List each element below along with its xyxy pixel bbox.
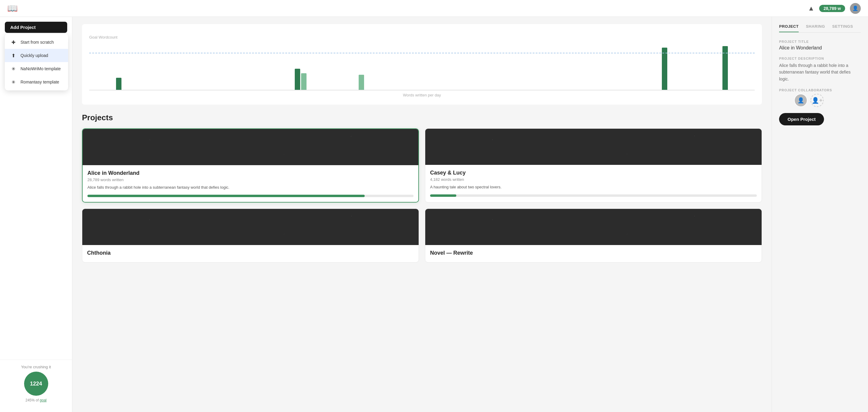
card-body-novel-rewrite: Novel — Rewrite [425, 245, 762, 262]
card-doodles-casey [425, 129, 762, 165]
goal-percent-text: 245% of [25, 398, 38, 402]
chart-x-label: Words written per day [89, 93, 755, 97]
collaborators-label: PROJECT COLLABORATORS [779, 88, 861, 92]
right-panel: PROJECT SHARING SETTINGS PROJECT TITLE A… [772, 17, 868, 412]
nano-icon: ✳ [10, 65, 17, 72]
dropdown-label-scratch: Start from scratch [21, 40, 54, 44]
dropdown-item-upload[interactable]: ⬆ Quickly upload [5, 49, 68, 62]
card-header-novel-rewrite [425, 209, 762, 245]
progress-fill-casey [430, 194, 456, 197]
progress-bg-casey [430, 194, 757, 197]
add-project-button[interactable]: Add Project [5, 22, 67, 33]
project-card-alice[interactable]: Alice in Wonderland 28,789 words written… [82, 128, 419, 202]
progress-bg-alice [87, 195, 413, 197]
dropdown-label-upload: Quickly upload [21, 53, 48, 58]
card-title-casey: Casey & Lucy [430, 170, 757, 176]
card-body-casey: Casey & Lucy 4,182 words written A haunt… [425, 165, 762, 202]
avatar[interactable]: 👤 [850, 3, 861, 14]
header: 📖 ▲ 28,789 w 👤 [0, 0, 868, 17]
scratch-icon: ✚ [10, 39, 17, 46]
romantasy-icon: ✳ [10, 78, 17, 86]
open-project-button[interactable]: Open Project [779, 113, 824, 125]
card-body-alice: Alice in Wonderland 28,789 words written… [83, 165, 418, 202]
panel-collaborators-section: PROJECT COLLABORATORS 👤 👤+ [779, 88, 861, 107]
panel-project-desc-section: PROJECT DESCRIPTION Alice falls through … [779, 57, 861, 82]
card-desc-casey: A haunting tale about two spectral lover… [430, 184, 757, 190]
dropdown-item-scratch[interactable]: ✚ Start from scratch [5, 36, 68, 49]
card-desc-alice: Alice falls through a rabbit hole into a… [87, 185, 413, 190]
dropdown-label-romantasy: Romantasy template [21, 80, 59, 85]
card-words-alice: 28,789 words written [87, 178, 413, 182]
projects-grid: Alice in Wonderland 28,789 words written… [82, 128, 762, 262]
panel-tabs: PROJECT SHARING SETTINGS [779, 24, 861, 33]
bar-4-1 [295, 69, 300, 90]
book-icon: 📖 [7, 3, 18, 13]
main-content: Goal Wordcount [72, 17, 772, 412]
tab-project[interactable]: PROJECT [779, 24, 799, 32]
card-header-casey [425, 129, 762, 165]
collab-avatar-1: 👤 [794, 94, 807, 107]
tab-sharing[interactable]: SHARING [806, 24, 825, 32]
drive-icon[interactable]: ▲ [808, 4, 815, 12]
project-desc-value: Alice falls through a rabbit hole into a… [779, 62, 861, 82]
goal-percentage: 245% of goal [5, 398, 67, 402]
wordcount-badge: 28,789 w [819, 5, 845, 12]
bar-1-1 [116, 78, 121, 90]
project-card-casey[interactable]: Casey & Lucy 4,182 words written A haunt… [425, 128, 762, 202]
project-desc-label: PROJECT DESCRIPTION [779, 57, 861, 60]
open-project-section: Open Project [779, 113, 861, 125]
collaborators-row: 👤 👤+ [779, 94, 861, 107]
bar-10-1 [662, 47, 667, 90]
sidebar: Add Project ✚ Start from scratch ⬆ Quick… [0, 17, 72, 412]
collab-spacer [779, 94, 791, 107]
project-title-value: Alice in Wonderland [779, 45, 861, 51]
dropdown-item-nano[interactable]: ✳ NaNoWriMo template [5, 62, 68, 75]
header-right: ▲ 28,789 w 👤 [808, 3, 861, 14]
card-doodles-alice [83, 129, 418, 165]
bar-5-1 [359, 75, 364, 90]
chart-wrapper [89, 36, 755, 90]
word-circle: 1224 [24, 372, 48, 396]
card-header-alice [83, 129, 418, 165]
card-title-chthonia: Chthonia [87, 250, 414, 256]
bar-4-2 [301, 73, 307, 90]
crushing-text: You're crushing it [5, 365, 67, 369]
chart-bars [89, 36, 755, 90]
chart-baseline [89, 90, 755, 90]
goal-link[interactable]: goal [40, 398, 47, 402]
sidebar-bottom: You're crushing it 1224 245% of goal [0, 359, 72, 407]
card-doodles-chthonia [82, 209, 418, 245]
project-card-chthonia[interactable]: Chthonia [82, 209, 419, 262]
chart-area: Goal Wordcount [82, 24, 762, 104]
card-title-novel-rewrite: Novel — Rewrite [430, 250, 757, 256]
bar-group-1 [89, 78, 148, 90]
bar-group-10 [635, 47, 694, 90]
dropdown-label-nano: NaNoWriMo template [21, 66, 61, 71]
card-header-chthonia [82, 209, 418, 245]
panel-project-title-section: PROJECT TITLE Alice in Wonderland [779, 40, 861, 51]
card-doodles-novel-rewrite [425, 209, 762, 245]
tab-settings[interactable]: SETTINGS [832, 24, 853, 32]
bar-group-5 [332, 75, 391, 90]
card-title-alice: Alice in Wonderland [87, 170, 413, 176]
dropdown-menu: ✚ Start from scratch ⬆ Quickly upload ✳ … [5, 34, 68, 90]
project-title-label: PROJECT TITLE [779, 40, 861, 43]
projects-title: Projects [82, 113, 762, 122]
chart-dotted-line [89, 53, 755, 53]
card-body-chthonia: Chthonia [82, 245, 418, 262]
upload-icon: ⬆ [10, 52, 17, 59]
dropdown-item-romantasy[interactable]: ✳ Romantasy template [5, 75, 68, 89]
project-card-novel-rewrite[interactable]: Novel — Rewrite [425, 209, 762, 262]
card-words-casey: 4,182 words written [430, 177, 757, 182]
collab-add-button[interactable]: 👤+ [810, 94, 824, 107]
bar-group-4 [271, 69, 330, 90]
header-left: 📖 [7, 3, 18, 13]
progress-fill-alice [87, 195, 365, 197]
main-layout: Add Project ✚ Start from scratch ⬆ Quick… [0, 17, 868, 412]
